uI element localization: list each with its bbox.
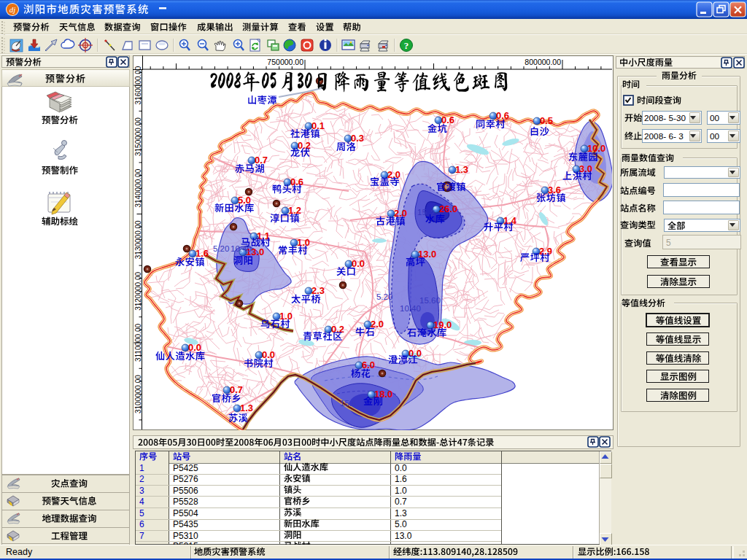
svg-text:10.40: 10.40 [231, 244, 252, 253]
svg-text:2.0: 2.0 [371, 319, 384, 330]
svg-text:0.1: 0.1 [311, 120, 325, 131]
svg-text:7: 7 [139, 531, 144, 541]
svg-text:18.0: 18.0 [374, 389, 392, 400]
svg-text:5: 5 [139, 508, 144, 518]
svg-text:0.3: 0.3 [351, 133, 364, 144]
svg-text:1: 1 [139, 463, 144, 473]
svg-text:P5276: P5276 [173, 474, 198, 484]
svg-text:0.7: 0.7 [395, 497, 407, 507]
svg-text:1.3: 1.3 [395, 508, 407, 518]
svg-text:0.5: 0.5 [540, 115, 553, 126]
svg-text:3100000.00: 3100000.00 [134, 375, 142, 413]
svg-text:13.0: 13.0 [395, 531, 412, 541]
svg-text:6: 6 [139, 519, 144, 529]
svg-text:3110000.00: 3110000.00 [134, 324, 142, 362]
svg-text:1.0: 1.0 [279, 311, 293, 322]
svg-text:800000.00: 800000.00 [525, 58, 561, 66]
svg-text:0.6: 0.6 [290, 176, 303, 187]
svg-text:5.0: 5.0 [395, 519, 407, 529]
svg-text:0.7: 0.7 [255, 155, 268, 166]
svg-text:6.0: 6.0 [362, 359, 375, 370]
svg-text:15.6: 15.6 [340, 399, 356, 408]
svg-text:Ready: Ready [6, 547, 33, 557]
svg-text:1.3: 1.3 [455, 164, 468, 175]
svg-text:26.0: 26.0 [439, 203, 457, 214]
svg-text:1.0: 1.0 [395, 486, 407, 496]
svg-text:P5504: P5504 [173, 508, 198, 518]
svg-text:0.6: 0.6 [441, 114, 454, 125]
svg-text:2008- 5-30: 2008- 5-30 [644, 113, 686, 123]
svg-text:1.6: 1.6 [196, 248, 209, 259]
svg-text:1.6: 1.6 [395, 474, 407, 484]
svg-text:2: 2 [430, 209, 435, 217]
svg-text:10.0: 10.0 [587, 143, 605, 154]
svg-text:10.40: 10.40 [400, 304, 421, 313]
svg-text:750000.00: 750000.00 [267, 58, 303, 66]
svg-text:0.0: 0.0 [409, 348, 422, 359]
svg-text:5.20: 5.20 [376, 292, 392, 301]
svg-text:3140000.00: 3140000.00 [134, 168, 142, 207]
svg-text:5: 5 [666, 238, 671, 248]
svg-text:0.6: 0.6 [496, 110, 509, 121]
svg-text:5.20: 5.20 [213, 244, 229, 253]
svg-text:00: 00 [710, 113, 720, 123]
svg-text:2008- 6- 3: 2008- 6- 3 [644, 131, 684, 141]
svg-text:3: 3 [139, 486, 144, 496]
svg-text:0.0: 0.0 [188, 342, 201, 353]
svg-text:3150000.00: 3150000.00 [134, 117, 142, 156]
svg-text:P5435: P5435 [173, 519, 198, 529]
svg-text:15: 15 [417, 208, 427, 217]
svg-text:P5425: P5425 [173, 463, 198, 473]
svg-text:15.60: 15.60 [419, 296, 441, 305]
svg-text:1.0: 1.0 [297, 237, 310, 248]
svg-text:P5310: P5310 [173, 531, 198, 541]
svg-text:3.6: 3.6 [548, 184, 561, 195]
svg-text:3160000.00: 3160000.00 [134, 66, 142, 104]
svg-text:1.2: 1.2 [288, 205, 301, 216]
svg-text:0.7: 0.7 [230, 384, 243, 395]
svg-text:3120000.00: 3120000.00 [134, 272, 142, 311]
svg-text:4: 4 [139, 497, 144, 507]
svg-text:1.3: 1.3 [240, 402, 253, 413]
svg-text:3130000.00: 3130000.00 [134, 220, 142, 259]
svg-text:2.3: 2.3 [311, 285, 325, 296]
svg-text:P5528: P5528 [173, 497, 198, 507]
svg-text:2.0: 2.0 [394, 208, 407, 219]
svg-text:2: 2 [139, 474, 144, 484]
svg-text:0.0: 0.0 [395, 463, 407, 473]
svg-text:dj: dj [9, 5, 16, 14]
svg-text:0.0: 0.0 [262, 349, 275, 360]
svg-text:?: ? [404, 40, 409, 51]
svg-text:P5506: P5506 [173, 486, 198, 496]
svg-text:00: 00 [710, 131, 720, 141]
svg-text:0.0: 0.0 [352, 258, 365, 269]
